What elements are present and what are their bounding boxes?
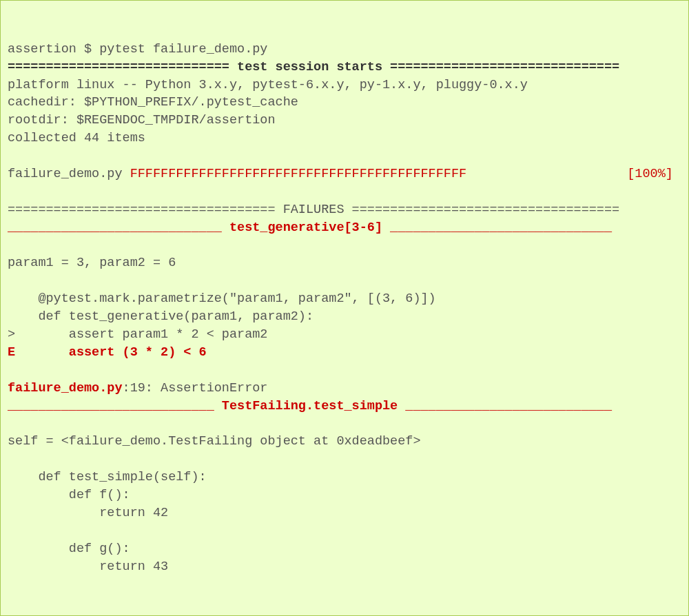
terminal-text: ____________________________ test_genera…: [8, 220, 612, 235]
terminal-text: self = <failure_demo.TestFailing object …: [8, 434, 421, 449]
terminal-text: def test_generative(param1, param2):: [8, 309, 313, 324]
terminal-text: =================================== FAIL…: [8, 203, 619, 217]
terminal-text: def g():: [8, 542, 130, 556]
terminal-text: FFFFFFFFFFFFFFFFFFFFFFFFFFFFFFFFFFFFFFFF…: [130, 167, 673, 181]
terminal-text: return 43: [8, 559, 168, 574]
terminal-text: def f():: [8, 488, 130, 502]
terminal-text: E assert (3 * 2) < 6: [8, 345, 207, 360]
terminal-text: failure_demo.py: [8, 381, 123, 396]
terminal-output: assertion $ pytest failure_demo.py =====…: [8, 41, 681, 576]
terminal-text: ___________________________ TestFailing.…: [8, 399, 612, 413]
terminal-text: assertion $ pytest failure_demo.py: [8, 42, 267, 57]
terminal-text: return 42: [8, 506, 168, 520]
terminal-text: collected 44 items: [8, 131, 145, 145]
terminal-text: failure_demo.py: [8, 167, 130, 181]
terminal-text: @pytest.mark.parametrize("param1, param2…: [8, 291, 436, 306]
terminal-text: > assert param1 * 2 < param2: [8, 327, 267, 342]
terminal-text: def test_simple(self):: [8, 470, 207, 484]
terminal-text: cachedir: $PYTHON_PREFIX/.pytest_cache: [8, 95, 298, 110]
terminal-text: param1 = 3, param2 = 6: [8, 256, 176, 270]
terminal-text: :19: AssertionError: [123, 381, 268, 396]
terminal-text: ============================= test sessi…: [8, 60, 619, 74]
terminal-text: platform linux -- Python 3.x.y, pytest-6…: [8, 78, 528, 92]
terminal-text: rootdir: $REGENDOC_TMPDIR/assertion: [8, 113, 276, 127]
